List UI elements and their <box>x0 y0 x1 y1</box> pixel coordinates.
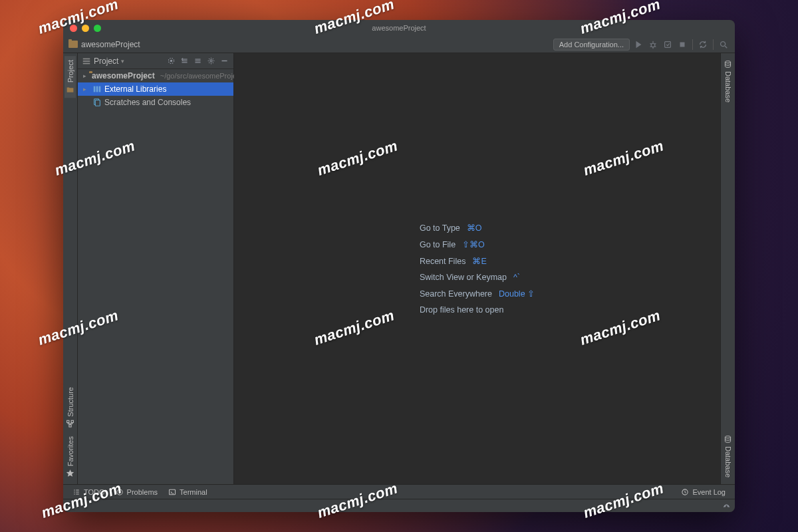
svg-point-12 <box>209 60 211 62</box>
database-tool-tab[interactable]: Database <box>722 56 733 106</box>
status-bar <box>63 499 735 512</box>
tree-scratches[interactable]: ▸ Scratches and Consoles <box>78 96 233 109</box>
problems-tool-tab[interactable]: Problems <box>110 488 163 496</box>
hint-search-everywhere: Search Everywhere Double ⇧ <box>420 289 535 299</box>
window-title: awesomeProject <box>63 24 735 32</box>
project-tree: ▸ awesomeProject ~/go/src/awesomeProject… <box>78 69 233 109</box>
svg-rect-8 <box>83 61 90 62</box>
event-log-icon <box>681 488 689 496</box>
problems-icon <box>116 488 124 496</box>
svg-rect-7 <box>83 58 90 59</box>
editor-area[interactable]: Go to Type ⌘O Go to File ⇧⌘O Recent File… <box>234 53 720 484</box>
svg-point-19 <box>725 436 730 438</box>
toolbar-separator <box>692 39 693 50</box>
svg-rect-14 <box>96 86 98 92</box>
project-panel-header: Project ▾ <box>78 53 233 69</box>
svg-point-24 <box>728 505 729 507</box>
hint-switch-view: Switch View or Keymap ^` <box>420 273 535 282</box>
toolbar-separator <box>713 39 714 50</box>
svg-point-23 <box>724 505 726 507</box>
hint-drop-files: Drop files here to open <box>420 305 535 315</box>
terminal-tool-tab[interactable]: Terminal <box>163 488 213 496</box>
traffic-lights <box>70 25 101 32</box>
event-log-tool-tab[interactable]: Event Log <box>676 488 731 496</box>
svg-rect-9 <box>83 63 90 64</box>
terminal-icon <box>168 488 176 496</box>
close-window-button[interactable] <box>70 25 77 32</box>
svg-rect-5 <box>71 420 73 422</box>
expand-arrow-icon[interactable]: ▸ <box>83 72 86 79</box>
bottom-tool-bar: TODO Problems Terminal Event Log <box>63 484 735 499</box>
svg-rect-1 <box>665 41 671 47</box>
update-project-icon[interactable] <box>697 39 709 51</box>
svg-rect-15 <box>99 86 101 92</box>
tree-root-label: awesomeProject <box>92 71 155 80</box>
svg-rect-4 <box>67 420 69 422</box>
tree-scratches-label: Scratches and Consoles <box>104 98 191 107</box>
svg-point-11 <box>170 60 172 61</box>
add-configuration-button[interactable]: Add Configuration... <box>553 39 630 51</box>
tree-ext-libs-label: External Libraries <box>104 84 166 94</box>
toolbar-right: Add Configuration... <box>553 39 730 51</box>
hint-recent-files: Recent Files ⌘E <box>420 256 535 266</box>
titlebar: awesomeProject <box>63 20 735 36</box>
library-icon <box>92 84 102 94</box>
project-panel: Project ▾ ▸ awesomeProject ~/go/src/awes… <box>78 53 234 484</box>
star-icon <box>66 469 74 477</box>
welcome-hints: Go to Type ⌘O Go to File ⇧⌘O Recent File… <box>420 223 535 315</box>
scratches-icon <box>92 98 102 107</box>
minimize-window-button[interactable] <box>82 25 89 32</box>
structure-icon <box>66 420 74 428</box>
svg-rect-2 <box>680 42 685 47</box>
todo-icon <box>72 488 80 496</box>
collapse-all-icon[interactable] <box>192 56 203 66</box>
breadcrumb-project: awesomeProject <box>81 40 140 49</box>
expand-arrow-icon[interactable]: ▸ <box>83 86 90 92</box>
gear-icon[interactable] <box>205 56 216 66</box>
hint-go-to-file: Go to File ⇧⌘O <box>420 239 535 249</box>
svg-rect-6 <box>69 425 71 427</box>
select-opened-file-icon[interactable] <box>166 56 176 66</box>
expand-all-icon[interactable] <box>179 56 190 66</box>
database-icon <box>724 60 732 68</box>
ide-settings-icon[interactable] <box>722 500 731 512</box>
ide-window: awesomeProject awesomeProject Add Config… <box>63 20 735 512</box>
breadcrumb[interactable]: awesomeProject <box>68 40 553 49</box>
tree-root-path: ~/go/src/awesomeProject <box>160 72 243 80</box>
svg-point-18 <box>725 61 730 63</box>
right-tool-gutter: Database Database <box>720 53 735 484</box>
search-everywhere-icon[interactable] <box>718 39 730 51</box>
chevron-down-icon[interactable]: ▾ <box>121 58 124 65</box>
left-tool-gutter: Project Structure Favorites <box>63 53 78 484</box>
svg-point-3 <box>721 41 726 46</box>
structure-tool-tab[interactable]: Structure <box>65 383 76 432</box>
todo-tool-tab[interactable]: TODO <box>67 488 110 496</box>
run-coverage-icon[interactable] <box>662 39 674 51</box>
maximize-window-button[interactable] <box>94 25 101 32</box>
svg-rect-13 <box>94 86 96 92</box>
svg-point-0 <box>651 43 655 47</box>
project-icon <box>66 85 74 94</box>
tree-root[interactable]: ▸ awesomeProject ~/go/src/awesomeProject <box>78 69 233 82</box>
run-icon[interactable] <box>632 39 644 51</box>
database-tool-tab-bottom[interactable]: Database <box>722 431 733 481</box>
stop-icon[interactable] <box>676 39 688 51</box>
project-view-icon <box>82 57 91 66</box>
hide-icon[interactable] <box>219 56 229 66</box>
favorites-tool-tab[interactable]: Favorites <box>65 432 76 481</box>
tree-external-libraries[interactable]: ▸ External Libraries <box>78 82 233 96</box>
folder-icon <box>68 41 78 48</box>
database-icon <box>724 435 732 444</box>
debug-icon[interactable] <box>647 39 659 51</box>
svg-rect-17 <box>95 100 100 106</box>
project-panel-title[interactable]: Project <box>94 57 118 66</box>
main-content: Project Structure Favorites Project ▾ <box>63 53 735 484</box>
project-tool-tab[interactable]: Project <box>65 56 76 98</box>
hint-go-to-type: Go to Type ⌘O <box>420 223 535 233</box>
main-toolbar: awesomeProject Add Configuration... <box>63 36 735 53</box>
